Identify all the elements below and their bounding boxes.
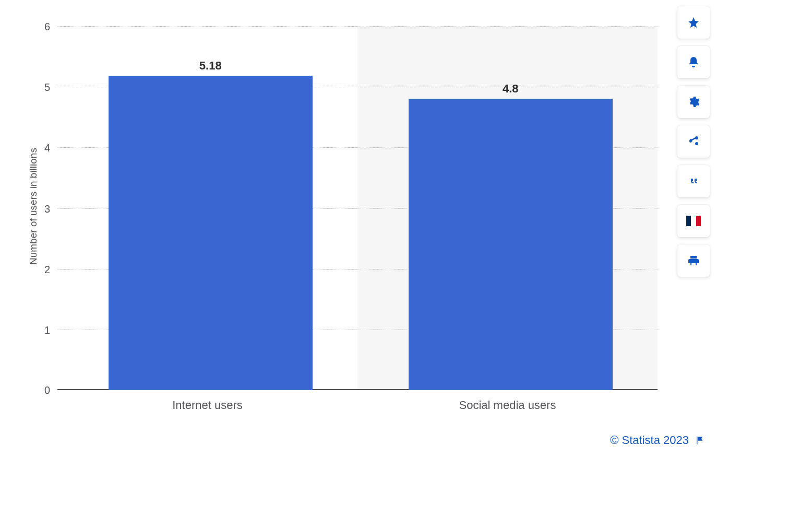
y-tick: 4 (44, 142, 50, 154)
share-icon (687, 135, 700, 148)
y-tick: 2 (44, 263, 50, 275)
y-tick: 6 (44, 21, 50, 33)
favorite-button[interactable] (677, 6, 710, 39)
chart-footer: © Statista 2023 (610, 434, 704, 447)
plot-area: 6 5 4 3 2 1 0 5.18 4.8 Internet users So… (57, 26, 658, 390)
bar-social-media-users: 4.8 (409, 99, 613, 390)
x-tick-label: Internet users (172, 399, 243, 412)
bell-icon (687, 56, 700, 68)
quote-icon (687, 175, 700, 188)
flag-icon (695, 436, 704, 445)
attribution-text: © Statista 2023 (610, 434, 689, 447)
bar-value-label: 4.8 (503, 82, 519, 96)
gear-icon (687, 96, 700, 108)
bar-internet-users: 5.18 (109, 76, 313, 390)
chart-toolbar (677, 6, 710, 277)
chart-stage: Number of users in billions 6 5 4 3 2 1 … (0, 0, 812, 515)
cite-button[interactable] (677, 165, 710, 197)
y-tick: 0 (44, 384, 50, 396)
y-tick: 5 (44, 81, 50, 93)
print-icon (687, 254, 700, 267)
flag-fr-icon (686, 216, 701, 226)
y-tick: 1 (44, 324, 50, 336)
bar-value-label: 5.18 (199, 59, 222, 73)
settings-button[interactable] (677, 86, 710, 118)
x-tick-label: Social media users (459, 399, 556, 412)
notify-button[interactable] (677, 46, 710, 78)
gridline: 6 (57, 26, 658, 27)
star-icon (687, 16, 700, 29)
language-button[interactable] (677, 205, 710, 237)
print-button[interactable] (677, 244, 710, 277)
share-button[interactable] (677, 125, 710, 158)
y-tick: 3 (44, 203, 50, 215)
attribution[interactable]: © Statista 2023 (610, 434, 704, 447)
y-axis-label: Number of users in billions (28, 148, 39, 265)
